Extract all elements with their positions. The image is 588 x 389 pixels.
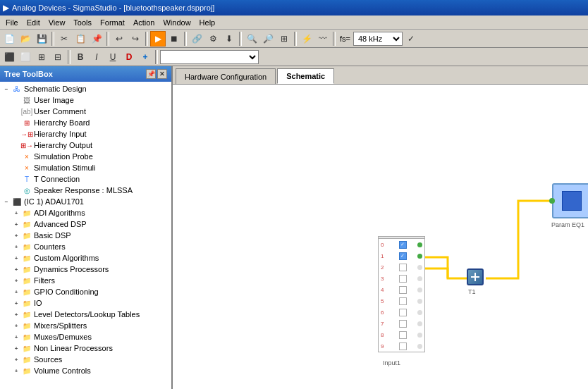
stop-button[interactable]: ⏹ — [166, 31, 182, 47]
tree-basic-dsp[interactable]: + 📁 Basic DSP — [0, 230, 171, 241]
parameq1-block[interactable] — [552, 183, 588, 218]
tree-hierarchy-input[interactable]: →⊞ Hierarchy Input — [0, 128, 171, 140]
tree-user-image[interactable]: 🖼 User Image — [0, 94, 171, 106]
port-check-4[interactable] — [399, 286, 407, 294]
tb2-btn2[interactable]: ⬜ — [18, 49, 33, 65]
expand-mixers[interactable]: + — [11, 323, 21, 329]
expand-basic-dsp[interactable]: + — [11, 233, 21, 239]
tree-counters[interactable]: + 📁 Counters — [0, 241, 171, 252]
expand-gpio[interactable]: + — [11, 289, 21, 295]
menu-edit[interactable]: Edit — [23, 17, 44, 28]
link-button[interactable]: 🔗 — [189, 31, 204, 47]
expand-nonlinear[interactable]: + — [11, 345, 21, 352]
paste-button[interactable]: 📌 — [89, 31, 104, 47]
counters-icon: 📁 — [21, 242, 32, 252]
tree-advanced-dsp[interactable]: + 📁 Advanced DSP — [0, 218, 171, 230]
port-check-7[interactable] — [399, 320, 407, 328]
schematic-canvas[interactable]: 0 ✓ 1 ✓ 2 3 — [173, 85, 588, 389]
port-check-2[interactable] — [399, 264, 407, 271]
freq-select[interactable]: 48 kHz 44.1 kHz 96 kHz — [353, 32, 403, 46]
port-check-6[interactable] — [399, 309, 407, 316]
tree-io[interactable]: + 📁 IO — [0, 297, 171, 309]
tree-level-detectors[interactable]: + 📁 Level Detectors/Lookup Tables — [0, 309, 171, 320]
port-check-9[interactable] — [399, 342, 407, 350]
open-button[interactable]: 📂 — [18, 31, 33, 47]
tab-schematic[interactable]: Schematic — [277, 68, 334, 84]
font-italic-button[interactable]: I — [89, 49, 104, 65]
zoom-in-button[interactable]: 🔍 — [244, 31, 259, 47]
menu-file[interactable]: File — [1, 17, 23, 28]
redo-button[interactable]: ↪ — [128, 31, 143, 47]
tree-hierarchy-board[interactable]: ⊞ Hierarchy Board — [0, 117, 171, 128]
tree-simulation-probe[interactable]: × Simulation Probe — [0, 151, 171, 162]
tb2-btn3[interactable]: ⊞ — [34, 49, 49, 65]
tree-dynamics-processors[interactable]: + 📁 Dynamics Processors — [0, 264, 171, 275]
undo-button[interactable]: ↩ — [111, 31, 127, 47]
port-check-3[interactable] — [399, 275, 407, 283]
tree-simulation-stimuli[interactable]: × Simulation Stimuli — [0, 162, 171, 173]
tree-schematic-design[interactable]: − 🖧 Schematic Design — [0, 83, 171, 94]
expand-ic1[interactable]: − — [1, 199, 11, 205]
tree-nonlinear[interactable]: + 📁 Non Linear Processors — [0, 342, 171, 354]
port-check-8[interactable] — [399, 331, 407, 339]
expand-filters[interactable]: + — [11, 278, 21, 284]
port-check-1[interactable]: ✓ — [399, 252, 407, 260]
tree-hierarchy-output[interactable]: ⊞→ Hierarchy Output — [0, 140, 171, 151]
tree-user-comment[interactable]: [ab] User Comment — [0, 106, 171, 117]
download-button[interactable]: ⬇ — [221, 31, 237, 47]
expand-muxes[interactable]: + — [11, 334, 21, 340]
tree-adi-algorithms[interactable]: + 📁 ADI Algorithms — [0, 207, 171, 218]
font-select[interactable] — [160, 50, 259, 64]
tree-ic1[interactable]: − ⬛ (IC 1) ADAU1701 — [0, 196, 171, 207]
freq-confirm-button[interactable]: ✓ — [403, 31, 419, 47]
menu-action[interactable]: Action — [129, 17, 159, 28]
tree-t-connection[interactable]: T T Connection — [0, 173, 171, 185]
expand-sources[interactable]: + — [11, 357, 21, 363]
expand-level[interactable]: + — [11, 311, 21, 318]
tree-custom-algorithms[interactable]: + 📁 Custom Algorithms — [0, 252, 171, 264]
tree-mixers[interactable]: + 📁 Mixers/Splitters — [0, 320, 171, 331]
input1-block[interactable]: 0 ✓ 1 ✓ 2 3 — [378, 236, 425, 352]
menu-tools[interactable]: Tools — [69, 17, 96, 28]
tree-gpio[interactable]: + 📁 GPIO Conditioning — [0, 286, 171, 297]
font-bold-button[interactable]: B — [73, 49, 88, 65]
plus-button[interactable]: + — [137, 49, 153, 65]
prop-button[interactable]: ⚡ — [299, 31, 314, 47]
menu-view[interactable]: View — [44, 17, 70, 28]
expand-advanced-dsp[interactable]: + — [11, 221, 21, 228]
menu-format[interactable]: Format — [96, 17, 129, 28]
t1-node[interactable] — [467, 268, 484, 285]
port-check-5[interactable] — [399, 297, 407, 305]
port-check-0[interactable]: ✓ — [399, 241, 407, 249]
expand-adi[interactable]: + — [11, 210, 21, 216]
copy-button[interactable]: 📋 — [73, 31, 88, 47]
run-button[interactable]: ▶ — [150, 31, 166, 47]
zoom-out-button[interactable]: 🔎 — [260, 31, 276, 47]
tree-pin-button[interactable]: 📌 — [146, 69, 156, 79]
menu-help[interactable]: Help — [195, 17, 220, 28]
new-button[interactable]: 📄 — [1, 31, 17, 47]
expand-schematic-design[interactable]: − — [1, 86, 11, 92]
zoom-fit-button[interactable]: ⊞ — [276, 31, 292, 47]
tb2-btn1[interactable]: ⬛ — [1, 49, 17, 65]
menu-window[interactable]: Window — [159, 17, 195, 28]
cut-button[interactable]: ✂ — [56, 31, 72, 47]
font-underline-button[interactable]: U — [105, 49, 121, 65]
tree-filters[interactable]: + 📁 Filters — [0, 275, 171, 286]
wave-button[interactable]: 〰 — [315, 31, 331, 47]
expand-custom-alg[interactable]: + — [11, 255, 21, 261]
tree-close-button[interactable]: ✕ — [157, 69, 167, 79]
compile-button[interactable]: ⚙ — [205, 31, 221, 47]
tb2-btn4[interactable]: ⊟ — [50, 49, 66, 65]
expand-volume[interactable]: + — [11, 368, 21, 374]
tree-volume-controls[interactable]: + 📁 Volume Controls — [0, 365, 171, 376]
tree-sources[interactable]: + 📁 Sources — [0, 354, 171, 365]
expand-dynamics[interactable]: + — [11, 266, 21, 273]
font-color-button[interactable]: D — [121, 49, 137, 65]
save-button[interactable]: 💾 — [34, 31, 49, 47]
tree-speaker-response[interactable]: ◎ Speaker Response : MLSSA — [0, 185, 171, 196]
expand-counters[interactable]: + — [11, 244, 21, 250]
expand-io[interactable]: + — [11, 300, 21, 307]
tab-hardware-config[interactable]: Hardware Configuration — [176, 68, 276, 84]
tree-muxes[interactable]: + 📁 Muxes/Demuxes — [0, 331, 171, 342]
